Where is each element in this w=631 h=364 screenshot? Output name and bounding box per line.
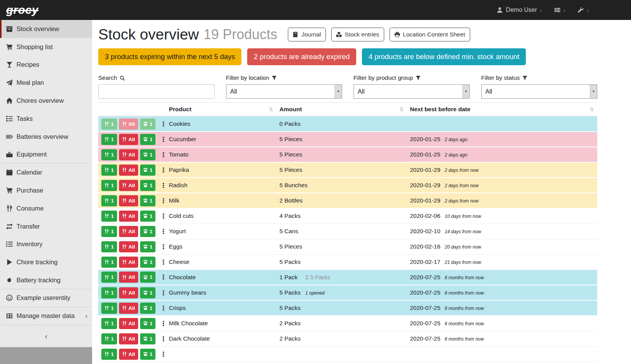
sidebar-item-example-userentity[interactable]: Example userentity bbox=[0, 289, 92, 307]
status-select[interactable]: All ▼ bbox=[481, 84, 598, 99]
consume-all-button[interactable]: All bbox=[119, 333, 138, 344]
search-input[interactable] bbox=[98, 84, 215, 99]
header-button-stock-entries[interactable]: Stock entries bbox=[331, 28, 384, 41]
location-select[interactable]: All ▼ bbox=[226, 84, 342, 99]
consume-all-button[interactable]: All bbox=[119, 211, 138, 222]
open-one-button[interactable]: 1 bbox=[140, 134, 156, 145]
alert-badge-info[interactable]: 4 products are below defined min. stock … bbox=[362, 48, 526, 65]
sidebar-item-purchase[interactable]: Purchase bbox=[0, 181, 92, 199]
consume-all-button[interactable]: All bbox=[119, 195, 138, 206]
sidebar-item-tasks[interactable]: Tasks bbox=[0, 110, 92, 128]
header-button-location-content-sheet[interactable]: Location Content Sheet bbox=[390, 28, 470, 41]
product-group-select[interactable]: All ▼ bbox=[353, 84, 470, 99]
consume-all-button[interactable]: All bbox=[119, 149, 138, 160]
row-menu-button[interactable]: ⋮ bbox=[158, 350, 168, 358]
sort-icon[interactable]: ⇅ bbox=[269, 106, 273, 112]
open-one-button[interactable]: 1 bbox=[140, 211, 156, 222]
consume-one-button[interactable]: 1 bbox=[101, 349, 117, 360]
row-menu-button[interactable]: ⋮ bbox=[158, 304, 168, 312]
consume-all-button[interactable]: All bbox=[119, 287, 138, 298]
sidebar-item-stock-overview[interactable]: Stock overview bbox=[0, 20, 92, 38]
consume-one-button[interactable]: 1 bbox=[101, 257, 117, 268]
product-column-header[interactable]: Product ⇅ bbox=[166, 103, 276, 117]
consume-all-button[interactable]: All bbox=[119, 241, 138, 252]
row-menu-button[interactable]: ⋮ bbox=[158, 212, 168, 220]
row-menu-button[interactable]: ⋮ bbox=[158, 120, 168, 128]
consume-one-button[interactable]: 1 bbox=[101, 287, 117, 298]
open-one-button[interactable]: 1 bbox=[140, 180, 156, 191]
row-menu-button[interactable]: ⋮ bbox=[158, 335, 168, 343]
settings-menu[interactable]: › bbox=[554, 7, 565, 13]
consume-one-button[interactable]: 1 bbox=[101, 333, 117, 344]
row-menu-button[interactable]: ⋮ bbox=[158, 135, 168, 143]
open-one-button[interactable]: 1 bbox=[140, 195, 156, 206]
consume-all-button[interactable]: All bbox=[119, 257, 138, 268]
open-one-button[interactable]: 1 bbox=[140, 318, 156, 329]
sidebar-item-recipes[interactable]: Recipes bbox=[0, 56, 92, 74]
sidebar-item-chores-overview[interactable]: Chores overview bbox=[0, 92, 92, 110]
date-column-header[interactable]: Next best before date ⇅ bbox=[407, 103, 597, 117]
consume-all-button[interactable]: All bbox=[119, 119, 138, 130]
consume-all-button[interactable]: All bbox=[119, 318, 138, 329]
sidebar-item-meal-plan[interactable]: Meal plan bbox=[0, 74, 92, 92]
alert-badge-warning[interactable]: 3 products expiring within the next 5 da… bbox=[98, 48, 241, 65]
consume-all-button[interactable]: All bbox=[119, 272, 138, 283]
consume-all-button[interactable]: All bbox=[119, 349, 138, 360]
row-menu-button[interactable]: ⋮ bbox=[158, 197, 168, 205]
consume-one-button[interactable]: 1 bbox=[101, 149, 117, 160]
open-one-button[interactable]: 1 bbox=[140, 241, 156, 252]
sidebar-item-manage-master-data[interactable]: Manage master data › bbox=[0, 307, 92, 325]
sidebar-item-shopping-list[interactable]: Shopping list bbox=[0, 38, 92, 56]
consume-all-button[interactable]: All bbox=[119, 226, 138, 237]
row-menu-button[interactable]: ⋮ bbox=[158, 273, 168, 281]
sort-icon[interactable]: ⇅ bbox=[590, 106, 594, 112]
sort-icon[interactable]: ⇅ bbox=[399, 106, 404, 112]
row-menu-button[interactable]: ⋮ bbox=[158, 227, 168, 236]
open-one-button[interactable]: 1 bbox=[140, 303, 156, 314]
open-one-button[interactable]: 1 bbox=[140, 257, 156, 268]
consume-all-button[interactable]: All bbox=[119, 165, 138, 176]
row-menu-button[interactable]: ⋮ bbox=[158, 166, 168, 174]
consume-one-button[interactable]: 1 bbox=[101, 318, 117, 329]
sidebar-item-battery-tracking[interactable]: Battery tracking bbox=[0, 271, 92, 289]
app-logo[interactable]: grocy bbox=[6, 3, 38, 16]
consume-one-button[interactable]: 1 bbox=[101, 180, 117, 191]
row-menu-button[interactable]: ⋮ bbox=[158, 151, 168, 159]
consume-one-button[interactable]: 1 bbox=[101, 165, 117, 176]
user-menu[interactable]: Demo User › bbox=[497, 7, 542, 13]
header-button-journal[interactable]: Journal bbox=[288, 28, 326, 41]
consume-all-button[interactable]: All bbox=[119, 180, 138, 191]
open-one-button[interactable]: 1 bbox=[140, 349, 156, 360]
consume-one-button[interactable]: 1 bbox=[101, 241, 117, 252]
open-one-button[interactable]: 1 bbox=[140, 119, 156, 130]
open-one-button[interactable]: 1 bbox=[140, 333, 156, 344]
sidebar-item-calendar[interactable]: Calendar bbox=[0, 163, 92, 181]
amount-column-header[interactable]: Amount ⇅ bbox=[276, 103, 407, 117]
consume-one-button[interactable]: 1 bbox=[101, 272, 117, 283]
sidebar-collapse-button[interactable]: ‹ bbox=[0, 325, 92, 347]
open-one-button[interactable]: 1 bbox=[140, 226, 156, 237]
sidebar-item-inventory[interactable]: Inventory bbox=[0, 236, 92, 254]
alert-badge-danger[interactable]: 2 products are already expired bbox=[247, 48, 356, 65]
consume-one-button[interactable]: 1 bbox=[101, 119, 117, 130]
consume-all-button[interactable]: All bbox=[119, 134, 138, 145]
sidebar-item-batteries-overview[interactable]: Batteries overview bbox=[0, 128, 92, 146]
consume-one-button[interactable]: 1 bbox=[101, 226, 117, 237]
open-one-button[interactable]: 1 bbox=[140, 287, 156, 298]
consume-one-button[interactable]: 1 bbox=[101, 134, 117, 145]
consume-one-button[interactable]: 1 bbox=[101, 211, 117, 222]
sidebar-item-transfer[interactable]: Transfer bbox=[0, 217, 92, 236]
open-one-button[interactable]: 1 bbox=[140, 165, 156, 176]
consume-one-button[interactable]: 1 bbox=[101, 195, 117, 206]
sidebar-item-consume[interactable]: Consume bbox=[0, 199, 92, 217]
row-menu-button[interactable]: ⋮ bbox=[158, 289, 168, 297]
sidebar-item-equipment[interactable]: Equipment bbox=[0, 146, 92, 164]
row-menu-button[interactable]: ⋮ bbox=[158, 258, 168, 266]
sidebar-item-chore-tracking[interactable]: Chore tracking bbox=[0, 253, 92, 271]
row-menu-button[interactable]: ⋮ bbox=[158, 181, 168, 189]
consume-all-button[interactable]: All bbox=[119, 303, 138, 314]
open-one-button[interactable]: 1 bbox=[140, 272, 156, 283]
open-one-button[interactable]: 1 bbox=[140, 149, 156, 160]
row-menu-button[interactable]: ⋮ bbox=[158, 243, 168, 251]
consume-one-button[interactable]: 1 bbox=[101, 303, 117, 314]
